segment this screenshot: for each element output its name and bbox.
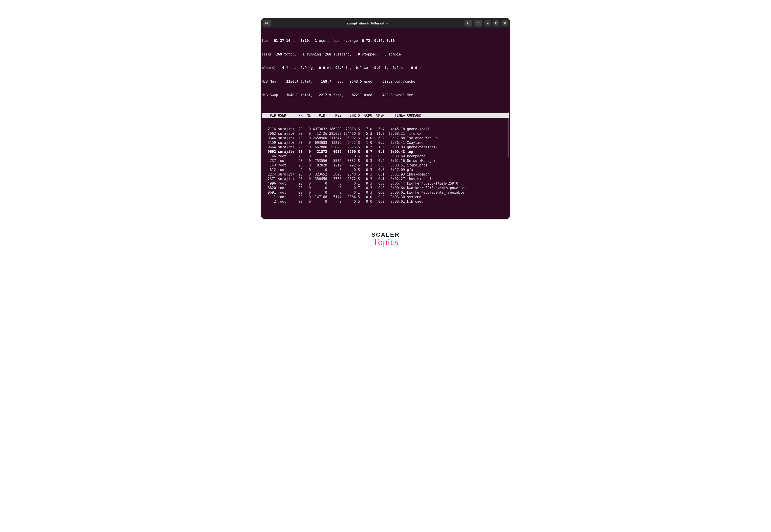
process-header[interactable]: PID USER PR NI VIRT RES SHR S %CPU %MEM … — [262, 113, 509, 118]
process-row[interactable]: 737 root 20 0 753556 5532 3832 S 0.3 0.2… — [262, 159, 509, 163]
process-row[interactable]: 4996 root 20 0 0 0 0 I 0.3 0.0 0:06.44 k… — [262, 181, 509, 186]
maximize-button[interactable] — [493, 20, 499, 26]
search-button[interactable] — [464, 20, 472, 26]
process-row[interactable]: 9692 surajit+ 20 0 21872 4056 3200 R 0.7… — [262, 149, 509, 154]
terminal-content[interactable]: top - 01:37:16 up 3:10, 1 user, load ave… — [261, 28, 510, 219]
svg-rect-0 — [266, 22, 268, 24]
process-row[interactable]: 3159 surajit+ 20 0 693688 18236 9452 S 1… — [262, 140, 509, 145]
process-row[interactable]: 2 root 20 0 0 0 0 S 0.0 0.0 0:00.01 kthr… — [262, 199, 509, 204]
new-tab-button[interactable] — [263, 20, 271, 26]
scrollbar[interactable] — [507, 112, 509, 157]
titlebar: surajit_ubuntu@Surajit: ~ — [261, 18, 510, 28]
close-button[interactable] — [502, 20, 508, 26]
logo-topics: Topics — [371, 239, 400, 245]
titlebar-controls — [464, 20, 508, 26]
minimize-button[interactable] — [484, 20, 491, 26]
process-row[interactable]: 46 root 20 0 0 0 0 S 0.3 0.0 0:03.69 kco… — [262, 154, 509, 159]
svg-rect-9 — [495, 22, 497, 24]
window-title: surajit_ubuntu@Surajit: ~ — [273, 21, 463, 25]
process-row[interactable]: 3062 surajit+ 20 0 12.2g 385092 134460 S… — [262, 131, 509, 136]
process-list: 2116 surajit+ 20 0 4973032 186220 70816 … — [262, 127, 509, 204]
process-row[interactable]: 9691 root 20 0 0 0 0 I 0.3 0.0 0:00.01 k… — [262, 190, 509, 195]
process-row[interactable]: 2274 surajit+ 20 0 323652 3896 2540 S 0.… — [262, 172, 509, 177]
svg-line-4 — [469, 24, 469, 24]
scaler-topics-logo: SCALER Topics — [371, 231, 400, 245]
svg-point-3 — [467, 22, 469, 24]
process-row[interactable]: 812 root -2 0 0 0 0 S 0.3 0.0 0:17.09 gf… — [262, 168, 509, 172]
process-row[interactable]: 2371 surajit+ 20 0 356456 3736 2372 S 0.… — [262, 177, 509, 181]
process-row[interactable]: 743 root 20 0 82828 1212 992 S 0.3 0.0 0… — [262, 163, 509, 168]
process-row[interactable]: 2116 surajit+ 20 0 4973032 186220 70816 … — [262, 127, 509, 131]
process-row[interactable]: 1 root 20 0 167168 7144 3964 S 0.0 0.2 0… — [262, 195, 509, 199]
process-row[interactable]: 9664 surajit+ 20 0 562800 52020 39376 S … — [262, 145, 509, 149]
summary-uptime: top - 01:37:16 up 3:10, 1 user, load ave… — [262, 39, 509, 43]
terminal-window: surajit_ubuntu@Surajit: ~ top - 01:37:16… — [261, 18, 510, 219]
summary-cpu: %Cpu(s): 4.1 us, 0.9 sy, 0.0 ni, 94.8 id… — [262, 66, 509, 70]
summary-tasks: Tasks: 269 total, 1 running, 268 sleepin… — [262, 52, 509, 57]
summary-mem: MiB Mem : 3350.4 total, 169.7 free, 2543… — [262, 79, 509, 84]
process-row[interactable]: 8820 root 20 0 0 0 0 I 0.3 0.0 0:00.64 k… — [262, 186, 509, 190]
menu-button[interactable] — [474, 20, 482, 26]
process-row[interactable]: 9346 surajit+ 20 0 2658960 211544 95092 … — [262, 136, 509, 140]
summary-swap: MiB Swap: 3040.0 total, 2217.9 free, 822… — [262, 93, 509, 97]
